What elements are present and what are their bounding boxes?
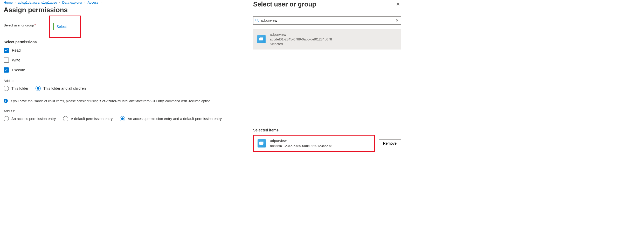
breadcrumb-access[interactable]: Access: [88, 1, 99, 4]
add-to-all-children-label: This folder and all children: [43, 86, 86, 90]
chevron-right-icon: ›: [15, 1, 16, 4]
add-to-label: Add to:: [4, 79, 248, 83]
assign-permissions-pane: Home › adlsg1datascans1rg1ause › Data ex…: [0, 0, 251, 154]
selected-item-highlight: adpurview abcdef01-2345-6789-0abc-def012…: [253, 135, 375, 152]
clear-search-icon[interactable]: ✕: [396, 18, 399, 23]
selected-items-header: Selected items: [253, 128, 401, 132]
execute-checkbox[interactable]: [4, 67, 9, 73]
svg-point-0: [256, 19, 258, 21]
add-to-this-folder-radio[interactable]: [4, 86, 9, 91]
page-title: Assign permissions: [4, 6, 68, 14]
panel-title: Select user or group: [253, 1, 316, 8]
breadcrumb-data-explorer[interactable]: Data explorer: [62, 1, 82, 4]
result-selected-badge: Selected: [270, 42, 332, 46]
add-as-label: Add as:: [4, 109, 248, 113]
result-name: adpurview: [270, 32, 332, 37]
select-permissions-header: Select permissions: [4, 40, 248, 44]
remove-button[interactable]: Remove: [379, 139, 401, 147]
add-as-default-radio[interactable]: [63, 116, 68, 121]
select-user-group-label: Select user or group*: [4, 23, 49, 27]
add-as-default-label: A default permission entry: [71, 117, 113, 121]
execute-label: Execute: [12, 68, 25, 72]
search-result-item[interactable]: adpurview abcdef01-2345-6789-0abc-def012…: [253, 29, 401, 50]
add-as-both-label: An access permission entry and a default…: [128, 117, 222, 121]
write-label: Write: [12, 58, 20, 62]
info-icon: i: [4, 99, 8, 103]
add-as-access-label: An access permission entry: [11, 117, 56, 121]
svg-line-1: [258, 21, 259, 22]
add-to-all-children-radio[interactable]: [36, 86, 41, 91]
app-icon: [258, 139, 266, 147]
result-id: abcdef01-2345-6789-0abc-def012345678: [270, 37, 332, 41]
add-to-this-folder-label: This folder: [11, 86, 28, 90]
search-input[interactable]: [253, 16, 401, 25]
breadcrumb-resource-group[interactable]: adlsg1datascans1rg1ause: [18, 1, 57, 4]
breadcrumb-home[interactable]: Home: [4, 1, 13, 4]
chevron-right-icon: ›: [100, 1, 101, 4]
search-icon: [255, 18, 259, 23]
write-checkbox[interactable]: [4, 58, 9, 63]
add-as-access-radio[interactable]: [4, 116, 9, 121]
chevron-right-icon: ›: [85, 1, 86, 4]
info-text: If you have thousands of child items, pl…: [10, 99, 211, 103]
close-icon[interactable]: ✕: [395, 1, 401, 8]
select-user-group-link[interactable]: Select: [53, 23, 67, 30]
read-label: Read: [12, 48, 20, 52]
select-user-group-highlight: Select: [49, 16, 81, 38]
selected-item-id: abcdef01-2345-6789-0abc-def012345678: [270, 144, 332, 148]
read-checkbox[interactable]: [4, 48, 9, 53]
more-actions-button[interactable]: ···: [71, 8, 75, 12]
selected-item-name: adpurview: [270, 139, 332, 143]
chevron-right-icon: ›: [59, 1, 60, 4]
app-icon: [257, 35, 266, 43]
breadcrumb: Home › adlsg1datascans1rg1ause › Data ex…: [4, 1, 248, 4]
add-as-both-radio[interactable]: [120, 116, 125, 121]
select-user-group-panel: Select user or group ✕ ✕ adpurview abcde…: [251, 0, 404, 154]
